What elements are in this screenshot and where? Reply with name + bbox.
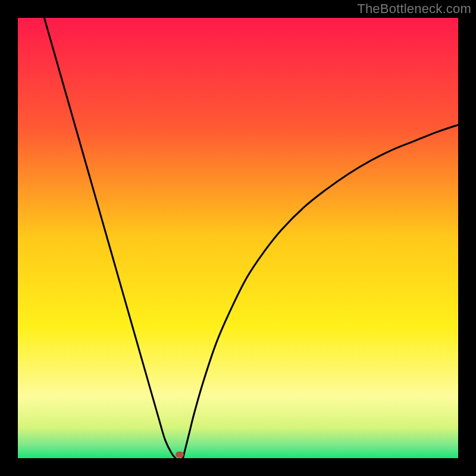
plot-area — [18, 18, 458, 458]
curve-plot — [18, 18, 458, 458]
optimum-marker — [176, 452, 184, 458]
watermark-text: TheBottleneck.com — [357, 1, 471, 17]
